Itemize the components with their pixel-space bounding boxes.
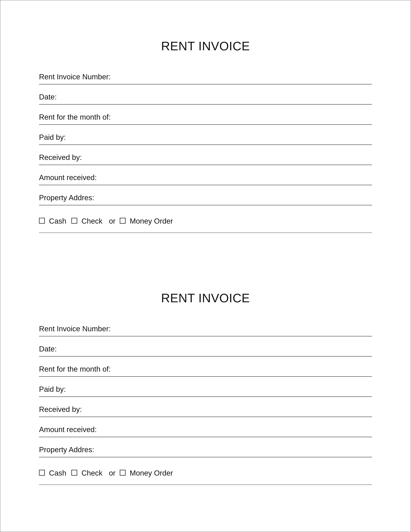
invoice-title: RENT INVOICE xyxy=(39,39,372,53)
label-cash: Cash xyxy=(49,469,66,477)
field-rent-month[interactable]: Rent for the month of: xyxy=(39,365,372,377)
rent-invoice-block-1: RENT INVOICE Rent Invoice Number: Date: … xyxy=(39,39,372,233)
checkbox-check[interactable] xyxy=(71,470,77,475)
checkbox-check[interactable] xyxy=(71,218,77,224)
field-property-address[interactable]: Property Addres: xyxy=(39,445,372,457)
field-amount-received[interactable]: Amount received: xyxy=(39,173,372,185)
field-paid-by[interactable]: Paid by: xyxy=(39,385,372,397)
field-invoice-number[interactable]: Rent Invoice Number: xyxy=(39,324,372,336)
field-date[interactable]: Date: xyxy=(39,344,372,357)
checkbox-cash[interactable] xyxy=(39,470,45,475)
label-check: Check xyxy=(81,469,102,477)
invoice-title: RENT INVOICE xyxy=(39,291,372,305)
label-money-order: Money Order xyxy=(130,469,173,477)
field-date[interactable]: Date: xyxy=(39,93,372,105)
checkbox-money-order[interactable] xyxy=(120,218,126,224)
field-paid-by[interactable]: Paid by: xyxy=(39,133,372,145)
label-check: Check xyxy=(81,217,102,225)
label-or: or xyxy=(109,217,116,225)
field-rent-month[interactable]: Rent for the month of: xyxy=(39,113,372,125)
payment-method-row: Cash Check or Money Order xyxy=(39,469,372,485)
field-property-address[interactable]: Property Addres: xyxy=(39,193,372,205)
rent-invoice-block-2: RENT INVOICE Rent Invoice Number: Date: … xyxy=(39,291,372,485)
field-received-by[interactable]: Received by: xyxy=(39,153,372,165)
label-or: or xyxy=(109,469,116,477)
checkbox-cash[interactable] xyxy=(39,218,45,224)
label-cash: Cash xyxy=(49,217,66,225)
field-amount-received[interactable]: Amount received: xyxy=(39,425,372,437)
field-invoice-number[interactable]: Rent Invoice Number: xyxy=(39,72,372,85)
field-received-by[interactable]: Received by: xyxy=(39,405,372,417)
label-money-order: Money Order xyxy=(130,217,173,225)
payment-method-row: Cash Check or Money Order xyxy=(39,217,372,233)
checkbox-money-order[interactable] xyxy=(120,470,126,475)
